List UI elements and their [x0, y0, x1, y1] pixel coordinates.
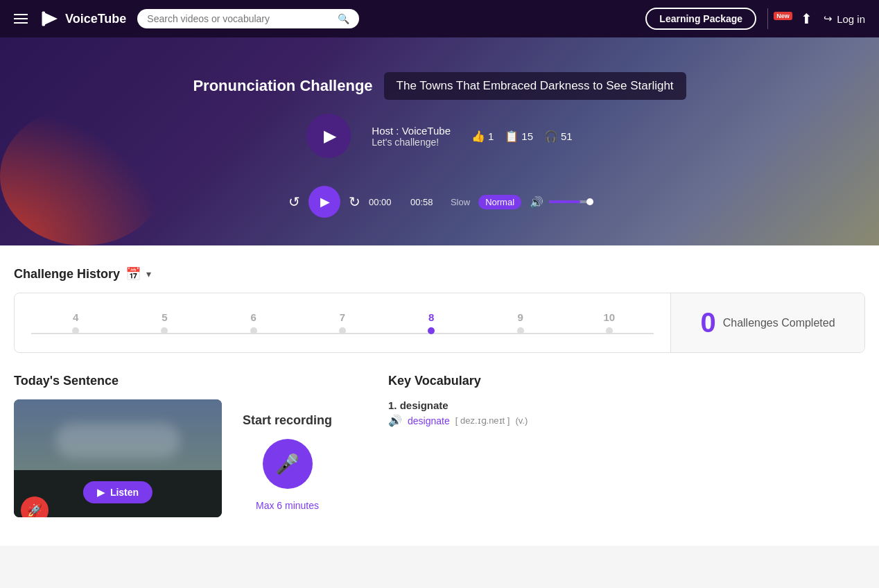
speed-normal-button[interactable]: Normal — [478, 195, 521, 209]
vocab-detail: 🔊 designate [ dez.ɪɡ.neɪt ] (v.) — [388, 414, 865, 427]
time-total: 00:58 — [410, 197, 435, 207]
forward-button[interactable]: ↻ — [349, 193, 360, 210]
comments-count: 15 — [521, 130, 533, 142]
step-5[interactable]: 5 — [120, 311, 209, 334]
time-current: 00:00 — [369, 197, 394, 207]
search-bar[interactable]: 🔍 — [137, 9, 359, 28]
calendar-icon: 📅 — [125, 266, 141, 282]
headphones-count: 51 — [561, 130, 573, 142]
play-button[interactable]: ▶ — [308, 186, 340, 218]
play-circle-icon: ▶ — [324, 126, 336, 146]
vocab-item-1: 1. designate 🔊 designate [ dez.ɪɡ.neɪt ]… — [388, 399, 865, 427]
learning-package-button[interactable]: Learning Package — [645, 8, 756, 30]
host-info: Host : VoiceTube Let's challenge! — [372, 125, 451, 148]
step-4[interactable]: 4 — [31, 311, 120, 334]
stat-headphones: 🎧 51 — [544, 130, 573, 143]
pronunciation-challenge-label: Pronunciation Challenge — [193, 77, 372, 95]
right-column: Key Vocabulary 1. designate 🔊 designate … — [388, 374, 865, 525]
speed-slow-button[interactable]: Slow — [444, 195, 477, 209]
vocab-word-text: designate — [400, 399, 449, 411]
completed-count: 0 — [700, 307, 715, 338]
max-time-label: Max 6 minutes — [256, 500, 319, 511]
hamburger-menu[interactable] — [14, 14, 28, 24]
hero-host-row: ▶ Host : VoiceTube Let's challenge! 👍 1 … — [306, 114, 572, 158]
vocab-phonetic: [ dez.ɪɡ.neɪt ] — [455, 415, 510, 426]
microphone-icon: 🎤 — [275, 453, 299, 476]
step-8[interactable]: 8 — [387, 311, 476, 334]
host-sub: Let's challenge! — [372, 137, 451, 148]
video-thumbnail: ▶ Listen 🚀 — [14, 399, 222, 517]
video-title: The Towns That Embraced Darkness to See … — [384, 72, 686, 100]
nav-divider — [767, 8, 768, 29]
completed-label: Challenges Completed — [723, 317, 835, 329]
like-icon: 👍 — [471, 130, 485, 143]
challenge-row: 4 5 6 7 8 9 10 — [14, 293, 865, 353]
step-10[interactable]: 10 — [565, 311, 654, 334]
vocab-pos: (v.) — [515, 415, 528, 426]
recording-title: Start recording — [243, 413, 332, 428]
stat-likes: 👍 1 — [471, 130, 494, 143]
player-controls: ↺ ▶ ↻ 00:00 00:58 Slow Normal 🔊 — [288, 186, 591, 218]
mic-button[interactable]: 🎤 — [263, 439, 313, 489]
volume-control: 🔊 — [530, 196, 591, 209]
login-icon: ↪ — [824, 12, 833, 25]
headphones-icon: 🎧 — [544, 130, 558, 143]
key-vocabulary-title: Key Vocabulary — [388, 374, 865, 388]
logo-text: VoiceTube — [65, 12, 126, 26]
new-badge: New — [774, 12, 792, 20]
listen-label: Listen — [110, 487, 139, 498]
hero-stats: 👍 1 📋 15 🎧 51 — [471, 130, 573, 143]
logo[interactable]: VoiceTube — [39, 8, 126, 29]
volume-track[interactable] — [549, 200, 591, 203]
volume-knob — [586, 198, 593, 205]
listen-play-icon: ▶ — [97, 487, 105, 498]
challenge-history-section: Challenge History 📅 ▾ 4 5 6 7 — [0, 245, 879, 353]
play-icon: ▶ — [320, 194, 330, 209]
stat-comments: 📋 15 — [505, 130, 533, 143]
hero-section: Pronunciation Challenge The Towns That E… — [0, 37, 879, 245]
vocab-link[interactable]: designate — [408, 415, 450, 426]
main-content: Today's Sentence ▶ Listen 🚀 Start record… — [0, 353, 879, 546]
search-input[interactable] — [147, 13, 332, 24]
hero-title-row: Pronunciation Challenge The Towns That E… — [193, 72, 686, 100]
login-button[interactable]: ↪ Log in — [824, 12, 865, 25]
today-sentence-title: Today's Sentence — [14, 374, 360, 388]
likes-count: 1 — [488, 130, 494, 142]
listen-button[interactable]: ▶ Listen — [83, 481, 153, 503]
comment-icon: 📋 — [505, 130, 519, 143]
left-column: Today's Sentence ▶ Listen 🚀 Start record… — [14, 374, 360, 525]
navbar: VoiceTube 🔍 Learning Package New ⬆ ↪ Log… — [0, 0, 879, 37]
challenge-history-title: Challenge History — [14, 267, 120, 282]
login-label: Log in — [837, 13, 865, 25]
recording-section: Start recording 🎤 Max 6 minutes — [243, 399, 332, 525]
step-7[interactable]: 7 — [298, 311, 387, 334]
step-6[interactable]: 6 — [209, 311, 298, 334]
upload-button[interactable]: ⬆ — [801, 10, 812, 27]
chevron-down-icon[interactable]: ▾ — [146, 268, 151, 279]
vocab-word: 1. designate — [388, 399, 865, 411]
volume-icon: 🔊 — [530, 196, 543, 209]
clouds-bg — [55, 423, 180, 458]
challenges-completed: 0 Challenges Completed — [670, 293, 864, 352]
search-icon: 🔍 — [338, 13, 349, 24]
challenge-history-header: Challenge History 📅 ▾ — [14, 266, 865, 282]
volume-fill — [549, 200, 580, 203]
host-name: Host : VoiceTube — [372, 125, 451, 137]
speaker-icon[interactable]: 🔊 — [388, 414, 402, 427]
rewind-button[interactable]: ↺ — [288, 193, 300, 210]
svg-marker-0 — [44, 12, 58, 25]
speed-buttons: Slow Normal — [444, 195, 521, 209]
step-9[interactable]: 9 — [476, 311, 564, 334]
vocab-num: 1. — [388, 399, 400, 411]
challenge-steps: 4 5 6 7 8 9 10 — [15, 300, 670, 345]
svg-rect-1 — [42, 12, 46, 26]
host-play-button[interactable]: ▶ — [306, 114, 351, 158]
